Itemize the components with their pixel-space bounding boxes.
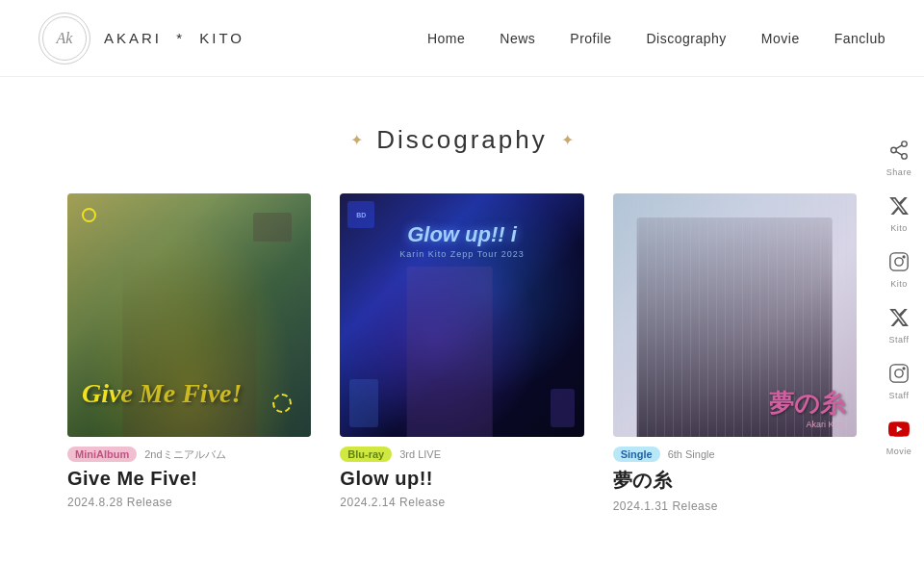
disc-title-2: Glow up!! [340, 468, 583, 490]
nav-profile[interactable]: Profile [570, 31, 611, 46]
svg-line-4 [896, 145, 902, 149]
svg-point-1 [891, 147, 897, 153]
deco-right: ✦ [561, 131, 574, 149]
youtube-movie-button[interactable] [884, 414, 914, 445]
disc-cover-1: Give Me Five! [67, 193, 311, 437]
insta-kito-group: Kito [884, 246, 914, 289]
nav-movie[interactable]: Movie [761, 31, 800, 46]
disc-title-1: Give Me Five! [67, 468, 311, 490]
share-label: Share [886, 167, 912, 177]
cover-2-text: Glow up!! i [407, 222, 517, 247]
disc-item-3[interactable]: 夢の糸 Akari Kito Single 6th Single 夢の糸 202… [613, 193, 857, 513]
svg-point-6 [895, 258, 903, 266]
disc-title-3: 夢の糸 [613, 468, 857, 494]
insta-staff-group: Staff [884, 358, 914, 400]
disc-release-1: 2024.8.28 Release [67, 496, 311, 509]
svg-point-2 [902, 154, 908, 160]
movie-label: Movie [886, 447, 912, 456]
main-content: ✦ Discography ✦ Give Me Five! MiniAlbum … [0, 77, 924, 551]
disc-tag-type-1: MiniAlbum [67, 447, 137, 462]
instagram-kito-button[interactable] [884, 246, 914, 277]
svg-line-3 [896, 151, 902, 155]
disc-item-2[interactable]: Glow up!! i Karin Kito Zepp Tour 2023 BD… [340, 193, 583, 513]
disc-release-2: 2024.2.14 Release [340, 496, 583, 509]
insta-staff-label: Staff [889, 391, 910, 400]
disc-type-1: 2ndミニアルバム [144, 447, 225, 462]
logo-script: Ak [57, 30, 73, 47]
disc-tags-3: Single 6th Single [613, 447, 857, 462]
svg-point-7 [903, 256, 905, 258]
insta-kito-label: Kito [890, 279, 908, 289]
movie-group: Movie [884, 414, 914, 456]
x-staff-label: Staff [889, 335, 910, 345]
disc-cover-3: 夢の糸 Akari Kito [613, 193, 857, 437]
deco-left: ✦ [350, 131, 363, 149]
x-staff-button[interactable] [884, 302, 914, 333]
disc-meta-3: Single 6th Single 夢の糸 2024.1.31 Release [613, 447, 857, 513]
disc-tag-type-2: Blu-ray [340, 447, 392, 462]
disc-type-3: 6th Single [668, 448, 715, 460]
share-group: Share [884, 135, 914, 177]
nav-fanclub[interactable]: Fanclub [834, 31, 886, 46]
logo-circle: Ak [38, 13, 90, 64]
disc-tag-type-3: Single [613, 447, 660, 462]
discography-grid: Give Me Five! MiniAlbum 2ndミニアルバム Give M… [67, 193, 857, 513]
svg-point-0 [902, 141, 908, 147]
header: Ak AKARI * KITO Home News Profile Discog… [0, 0, 924, 77]
cover-3-title: 夢の糸 [769, 391, 845, 419]
disc-tags-2: Blu-ray 3rd LIVE [340, 447, 583, 462]
svg-rect-8 [890, 365, 908, 382]
cover-2-subtitle: Karin Kito Zepp Tour 2023 [399, 249, 524, 259]
svg-point-10 [903, 368, 905, 370]
disc-item-1[interactable]: Give Me Five! MiniAlbum 2ndミニアルバム Give M… [67, 193, 311, 513]
logo-area: Ak AKARI * KITO [38, 13, 248, 64]
disc-type-2: 3rd LIVE [399, 448, 441, 460]
x-kito-button[interactable] [884, 191, 914, 221]
x-kito-label: Kito [890, 223, 908, 233]
logo-text: AKARI * KITO [100, 30, 248, 46]
section-title-area: ✦ Discography ✦ [58, 125, 866, 155]
section-title: Discography [376, 125, 548, 155]
share-button[interactable] [884, 135, 914, 166]
sidebar-right: Share Kito Kito [884, 135, 914, 464]
disc-tags-1: MiniAlbum 2ndミニアルバム [67, 447, 311, 462]
nav-discography[interactable]: Discography [647, 31, 727, 46]
svg-rect-5 [890, 253, 908, 270]
disc-release-3: 2024.1.31 Release [613, 499, 857, 513]
logo-surname: KITO [199, 30, 244, 46]
cover-3-sub: Akari Kito [806, 420, 843, 429]
disc-meta-2: Blu-ray 3rd LIVE Glow up!! 2024.2.14 Rel… [340, 447, 583, 509]
nav-home[interactable]: Home [427, 31, 465, 46]
svg-point-9 [895, 370, 903, 377]
x-kito-group: Kito [884, 191, 914, 233]
instagram-staff-button[interactable] [884, 358, 914, 389]
disc-meta-1: MiniAlbum 2ndミニアルバム Give Me Five! 2024.8… [67, 447, 311, 509]
logo-first-name: AKARI [104, 30, 162, 46]
nav-news[interactable]: News [500, 31, 535, 46]
disc-cover-2: Glow up!! i Karin Kito Zepp Tour 2023 BD [340, 193, 583, 437]
main-nav: Home News Profile Discography Movie Fanc… [427, 31, 886, 46]
logo-separator: * [176, 30, 185, 46]
x-staff-group: Staff [884, 302, 914, 345]
